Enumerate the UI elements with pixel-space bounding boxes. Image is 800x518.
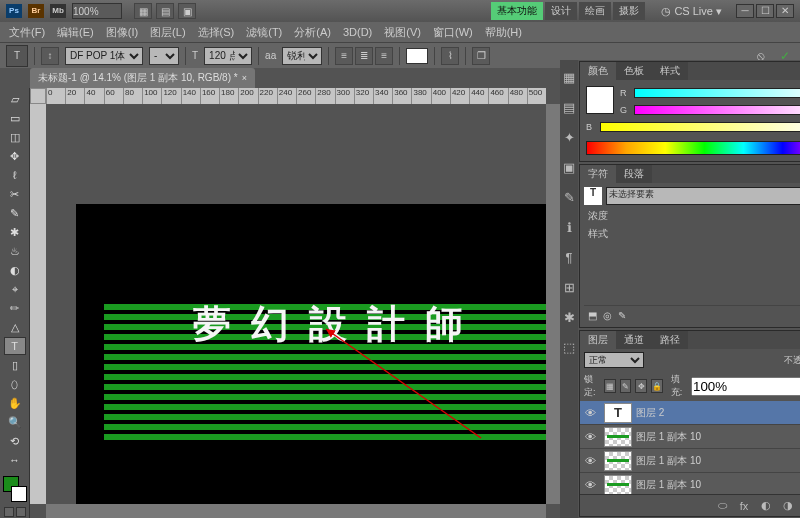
visibility-toggle[interactable]: 👁 (580, 479, 600, 491)
layer-thumbnail[interactable]: T (604, 403, 632, 423)
layer-thumbnail[interactable] (604, 475, 632, 495)
font-size-select[interactable]: 120 点 (204, 47, 252, 65)
color-ramp[interactable] (586, 141, 800, 155)
navigator-icon[interactable]: ⊞ (560, 278, 578, 296)
workspace-tab[interactable]: 设计 (545, 2, 577, 20)
minimize-button[interactable]: ─ (736, 4, 754, 18)
fx-icon[interactable]: fx (736, 500, 752, 512)
blend-mode-select[interactable]: 正常 (584, 352, 644, 368)
tool-button[interactable]: ⟲ (4, 432, 26, 450)
scrollbar-horizontal[interactable] (46, 504, 546, 518)
menu-layer[interactable]: 图层(L) (145, 23, 190, 42)
cslive-button[interactable]: ◷ CS Live ▾ (661, 5, 722, 18)
panel-tab[interactable]: 路径 (652, 331, 688, 349)
visibility-toggle[interactable]: 👁 (580, 407, 600, 419)
zoom-input[interactable] (72, 3, 122, 19)
current-color-swatch[interactable] (586, 86, 614, 114)
chain-icon[interactable]: ⬒ (588, 310, 597, 321)
quickmask-toggle[interactable] (4, 507, 26, 517)
font-family-select[interactable]: DF POP 1体 (65, 47, 143, 65)
workspace-tab[interactable]: 绘画 (579, 2, 611, 20)
layer-row[interactable]: 👁T图层 2 (580, 401, 800, 425)
app-icon-minibridge[interactable]: Mb (50, 4, 66, 18)
panel-tab[interactable]: 字符 (580, 165, 616, 183)
layer-thumbnail[interactable] (604, 427, 632, 447)
lock-position-icon[interactable]: ✥ (635, 379, 647, 393)
layer-row[interactable]: 👁图层 1 副本 10 (580, 473, 800, 494)
tool-button[interactable]: ◐ (4, 261, 26, 279)
menu-analysis[interactable]: 分析(A) (289, 23, 336, 42)
styles-icon[interactable]: ⬚ (560, 338, 578, 356)
lock-transparent-icon[interactable]: ▦ (604, 379, 616, 393)
mask-icon[interactable]: ◐ (758, 499, 774, 512)
menu-select[interactable]: 选择(S) (193, 23, 240, 42)
g-slider[interactable] (634, 105, 800, 115)
r-slider[interactable] (634, 88, 800, 98)
align-left-icon[interactable]: ≡ (335, 47, 353, 65)
warp-text-icon[interactable]: ⌇ (441, 47, 459, 65)
char-panel-toggle-icon[interactable]: ❐ (472, 47, 490, 65)
menu-edit[interactable]: 编辑(E) (52, 23, 99, 42)
tool-button[interactable]: ✏ (4, 299, 26, 317)
layer-list[interactable]: 👁T图层 2👁图层 1 副本 10👁图层 1 副本 10👁图层 1 副本 10👁… (580, 401, 800, 494)
tool-button[interactable]: ⬯ (4, 375, 26, 393)
swatches-icon[interactable]: ▣ (560, 158, 578, 176)
tool-button[interactable]: ◫ (4, 128, 26, 146)
link-layers-icon[interactable]: ⬭ (714, 499, 730, 512)
tool-button[interactable]: ▯ (4, 356, 26, 374)
visibility-toggle[interactable]: 👁 (580, 431, 600, 443)
history-icon[interactable]: ▦ (560, 68, 578, 86)
info-icon[interactable]: ℹ (560, 218, 578, 236)
tool-button[interactable]: △ (4, 318, 26, 336)
arrange-icon[interactable]: ▤ (156, 3, 174, 19)
workspace-tab[interactable]: 摄影 (613, 2, 645, 20)
canvas[interactable]: 夢幻設計師 (46, 104, 546, 504)
background-color[interactable] (11, 486, 27, 502)
text-color-swatch[interactable] (406, 48, 428, 64)
menu-file[interactable]: 文件(F) (4, 23, 50, 42)
menu-filter[interactable]: 滤镜(T) (241, 23, 287, 42)
tool-preset-icon[interactable]: T (6, 45, 28, 67)
tool-button[interactable]: 🔍 (4, 413, 26, 431)
tool-button[interactable]: ✎ (4, 204, 26, 222)
scrollbar-vertical[interactable] (546, 104, 560, 504)
panel-tab[interactable]: 样式 (652, 62, 688, 80)
color-picker[interactable] (3, 476, 27, 502)
menu-3d[interactable]: 3D(D) (338, 24, 377, 40)
adjustment-icon[interactable]: ◑ (780, 499, 796, 512)
screen-mode-icon[interactable]: ▣ (178, 3, 196, 19)
lock-all-icon[interactable]: 🔒 (651, 379, 663, 393)
panel-tab[interactable]: 色板 (616, 62, 652, 80)
tool-button[interactable]: ▭ (4, 109, 26, 127)
lock-paint-icon[interactable]: ✎ (620, 379, 632, 393)
b-slider[interactable] (600, 122, 800, 132)
text-orientation-icon[interactable]: ↕ (41, 47, 59, 65)
close-button[interactable]: ✕ (776, 4, 794, 18)
workspace-tab[interactable]: 基本功能 (491, 2, 543, 20)
actions-icon[interactable]: ▤ (560, 98, 578, 116)
panel-tab[interactable]: 颜色 (580, 62, 616, 80)
wand-icon[interactable]: ✦ (560, 128, 578, 146)
tool-button[interactable]: ▱ (4, 90, 26, 108)
panel-tab[interactable]: 段落 (616, 165, 652, 183)
layer-row[interactable]: 👁图层 1 副本 10 (580, 425, 800, 449)
visibility-toggle[interactable]: 👁 (580, 455, 600, 467)
layer-row[interactable]: 👁图层 1 副本 10 (580, 449, 800, 473)
menu-window[interactable]: 窗口(W) (428, 23, 478, 42)
document-tab[interactable]: 未标题-1 @ 14.1% (图层 1 副本 10, RGB/8) * × (30, 68, 255, 88)
maximize-button[interactable]: ☐ (756, 4, 774, 18)
fill-input[interactable] (691, 377, 800, 396)
tool-button[interactable]: ✋ (4, 394, 26, 412)
tool-button[interactable]: ℓ (4, 166, 26, 184)
tool-button[interactable]: T (4, 337, 26, 355)
close-tab-icon[interactable]: × (242, 73, 247, 83)
hand-tool-icon[interactable]: ▦ (134, 3, 152, 19)
menu-image[interactable]: 图像(I) (101, 23, 143, 42)
font-style-select[interactable]: - (149, 47, 179, 65)
gear-icon[interactable]: ✱ (560, 308, 578, 326)
eye-icon[interactable]: ◎ (603, 310, 612, 321)
tool-button[interactable]: ✥ (4, 147, 26, 165)
tool-button[interactable]: ✱ (4, 223, 26, 241)
antialias-select[interactable]: 锐利 (282, 47, 322, 65)
brush-icon[interactable]: ✎ (560, 188, 578, 206)
